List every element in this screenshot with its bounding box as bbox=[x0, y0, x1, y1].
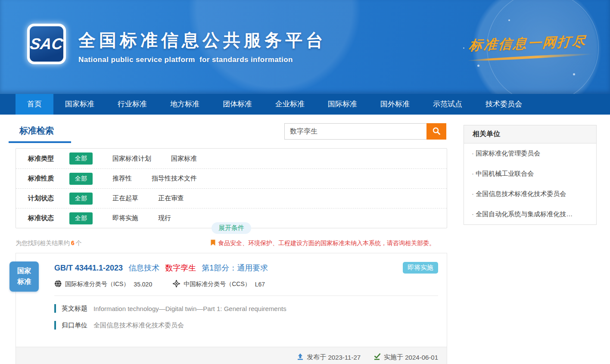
filter-label: 标准性质 bbox=[28, 174, 56, 183]
standard-title-link[interactable]: GB/T 43441.1-2023 信息技术 数字孪生 第1部分：通用要求 bbox=[54, 263, 438, 273]
related-units-title: 相关单位 bbox=[464, 125, 596, 143]
teal-bar bbox=[54, 304, 56, 313]
search-button[interactable] bbox=[426, 123, 446, 140]
related-unit-link[interactable]: 中国机械工业联合会 bbox=[464, 164, 596, 184]
nav-tab-international-standards[interactable]: 国际标准 bbox=[316, 94, 369, 115]
card-divider bbox=[54, 296, 438, 296]
filter-option[interactable]: 正在起草 bbox=[112, 194, 138, 202]
status-badge: 即将实施 bbox=[403, 262, 438, 274]
filter-row-plan-status: 计划状态 全部 正在起草 正在审查 bbox=[16, 188, 447, 208]
teal-bar bbox=[54, 321, 56, 330]
nav-tab-foreign-standards[interactable]: 国外标准 bbox=[369, 94, 421, 115]
expand-conditions-button[interactable]: 展开条件 bbox=[212, 222, 251, 234]
nav-tab-industry-standards[interactable]: 行业标准 bbox=[106, 94, 159, 115]
classification-row: 国际标准分类号（ICS） 35.020 中国标准分类号（CCS） bbox=[54, 280, 438, 289]
ccs-item: 中国标准分类号（CCS） L67 bbox=[173, 280, 265, 289]
site-title: 全国标准信息公共服务平台 bbox=[78, 28, 327, 52]
published-date-item: 发布于 2023-11-27 bbox=[297, 353, 361, 361]
filter-option[interactable]: 现行 bbox=[158, 214, 171, 222]
related-units-panel: 相关单位 国家标准化管理委员会 中国机械工业联合会 全国信息技术标准化技术委员会… bbox=[464, 125, 597, 225]
result-count-prefix: 为您找到相关结果约 bbox=[16, 240, 70, 246]
filter-all-button[interactable]: 全部 bbox=[69, 212, 93, 224]
published-date: 2023-11-27 bbox=[328, 354, 361, 361]
committee-value: 全国信息技术标准化技术委员会 bbox=[93, 321, 184, 330]
standard-title-seg2: 第1部分：通用要求 bbox=[202, 264, 268, 272]
published-label: 发布于 bbox=[307, 353, 326, 361]
standard-type-badge: 国家 标准 bbox=[9, 261, 39, 292]
nav-tab-pilot[interactable]: 示范试点 bbox=[421, 94, 474, 115]
implement-check-icon bbox=[373, 353, 384, 361]
filter-panel: 标准类型 全部 国家标准计划 国家标准 标准性质 全部 推荐性 指导性技术文件 … bbox=[16, 148, 447, 228]
related-unit-link[interactable]: 全国自动化系统与集成标准化技… bbox=[464, 204, 596, 224]
filter-all-button[interactable]: 全部 bbox=[69, 173, 93, 185]
filter-label: 标准状态 bbox=[28, 214, 56, 222]
ics-item: 国际标准分类号（ICS） 35.020 bbox=[54, 280, 152, 289]
slogan-block: 标准信息一网打尽 bbox=[467, 34, 588, 59]
nav-tab-group-standards[interactable]: 团体标准 bbox=[211, 94, 264, 115]
related-unit-link[interactable]: 全国信息技术标准化技术委员会 bbox=[464, 184, 596, 204]
committee-row: 归口单位 全国信息技术标准化技术委员会 bbox=[54, 321, 438, 330]
result-count: 为您找到相关结果约6个 bbox=[16, 240, 82, 247]
implemented-date-item: 实施于 2024-06-01 bbox=[373, 353, 438, 361]
result-count-number: 6 bbox=[70, 240, 76, 246]
ics-value: 35.020 bbox=[134, 281, 152, 288]
filter-label: 计划状态 bbox=[28, 194, 56, 202]
nav-tab-home[interactable]: 首页 bbox=[16, 94, 53, 115]
search-box bbox=[284, 123, 446, 140]
sac-logo: SAC bbox=[27, 24, 66, 64]
standard-code: GB/T 43441.1-2023 bbox=[54, 264, 123, 272]
ccs-value: L67 bbox=[255, 281, 265, 288]
card-footer: 发布于 2023-11-27 实施于 2024-06-01 bbox=[16, 347, 447, 364]
page-title: 标准检索 bbox=[19, 125, 54, 137]
filter-all-button[interactable]: 全部 bbox=[69, 193, 93, 205]
compass-icon bbox=[173, 280, 184, 289]
globe-icon bbox=[54, 280, 65, 289]
related-unit-link[interactable]: 国家标准化管理委员会 bbox=[464, 143, 596, 164]
standard-title-seg1: 信息技术 bbox=[128, 264, 159, 272]
filter-option[interactable]: 推荐性 bbox=[112, 174, 132, 183]
notice: 食品安全、环境保护、工程建设方面的国家标准未纳入本系统，请咨询相关部委。 bbox=[211, 240, 435, 247]
title-underline bbox=[9, 141, 71, 143]
filter-option[interactable]: 国家标准 bbox=[171, 155, 197, 163]
slogan-text: 标准信息一网打尽 bbox=[468, 32, 587, 54]
english-title-row: 英文标题 Information technology—Digital twin… bbox=[54, 304, 438, 313]
filter-option[interactable]: 即将实施 bbox=[112, 214, 138, 222]
type-badge-line2: 标准 bbox=[17, 277, 31, 287]
detail-label: 归口单位 bbox=[62, 321, 87, 330]
filter-label: 标准类型 bbox=[28, 155, 56, 163]
filter-option[interactable]: 国家标准计划 bbox=[112, 155, 151, 163]
nav-tab-national-standards[interactable]: 国家标准 bbox=[53, 94, 106, 115]
site-subtitle: National public service platform for sta… bbox=[78, 56, 327, 64]
search-header: 标准检索 bbox=[16, 115, 447, 148]
standard-result-card: 国家 标准 即将实施 GB/T 43441.1-2023 信息技术 数字孪生 第… bbox=[16, 253, 447, 364]
ccs-label: 中国标准分类号（CCS） bbox=[184, 280, 251, 288]
nav-tab-local-standards[interactable]: 地方标准 bbox=[159, 94, 211, 115]
banner-dot bbox=[477, 65, 479, 67]
standard-title-highlight: 数字孪生 bbox=[165, 264, 196, 272]
search-icon bbox=[432, 127, 441, 137]
filter-row-standard-nature: 标准性质 全部 推荐性 指导性技术文件 bbox=[16, 168, 447, 188]
implemented-date: 2024-06-01 bbox=[405, 354, 438, 361]
main-nav: 首页 国家标准 行业标准 地方标准 团体标准 企业标准 国际标准 国外标准 示范… bbox=[0, 94, 610, 115]
nav-tab-technical-committee[interactable]: 技术委员会 bbox=[474, 94, 534, 115]
bookmark-icon bbox=[211, 240, 218, 247]
banner-dot bbox=[463, 47, 464, 49]
ics-label: 国际标准分类号（ICS） bbox=[65, 280, 129, 288]
sac-logo-text: SAC bbox=[29, 35, 64, 53]
filter-option[interactable]: 指导性技术文件 bbox=[152, 174, 197, 183]
notice-text: 食品安全、环境保护、工程建设方面的国家标准未纳入本系统，请咨询相关部委。 bbox=[218, 240, 435, 247]
implemented-label: 实施于 bbox=[384, 353, 403, 361]
english-title-value: Information technology—Digital twin—Part… bbox=[93, 305, 286, 312]
search-input[interactable] bbox=[284, 123, 426, 140]
brand-block: 全国标准信息公共服务平台 National public service pla… bbox=[78, 28, 327, 64]
type-badge-line1: 国家 bbox=[17, 266, 31, 277]
publish-upload-icon bbox=[297, 353, 307, 361]
result-count-suffix: 个 bbox=[76, 240, 82, 246]
filter-option[interactable]: 正在审查 bbox=[158, 194, 184, 202]
banner-dot bbox=[573, 73, 575, 75]
site-banner: SAC 全国标准信息公共服务平台 National public service… bbox=[0, 0, 610, 94]
filter-row-standard-type: 标准类型 全部 国家标准计划 国家标准 bbox=[16, 149, 447, 168]
filter-all-button[interactable]: 全部 bbox=[69, 152, 93, 165]
banner-dot bbox=[508, 19, 510, 21]
nav-tab-enterprise-standards[interactable]: 企业标准 bbox=[264, 94, 316, 115]
